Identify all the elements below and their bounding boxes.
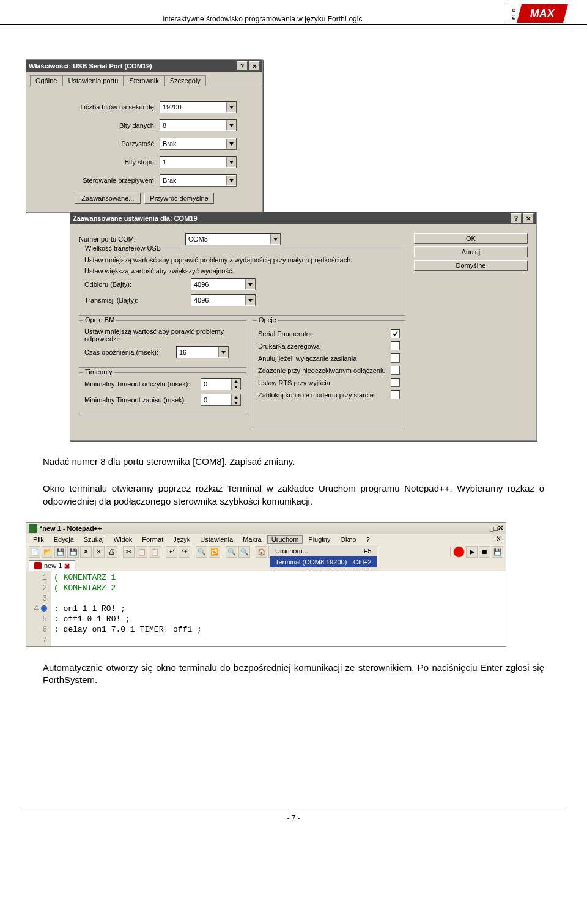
close-tab-icon[interactable]: ⊠: [64, 562, 70, 570]
find-icon[interactable]: 🔍: [196, 546, 207, 558]
open-file-icon[interactable]: 📂: [42, 546, 53, 558]
zoom-out-icon[interactable]: 🔍: [238, 546, 250, 558]
tab-details[interactable]: Szczegóły: [164, 75, 206, 86]
option-checkbox[interactable]: [391, 341, 400, 350]
menu-item[interactable]: Pluginy: [304, 535, 334, 544]
flowcontrol-label: Sterowanie przepływem:: [37, 177, 160, 184]
paste-icon[interactable]: 📋: [149, 546, 160, 558]
option-checkbox[interactable]: [391, 390, 400, 399]
close-file-icon[interactable]: ✕: [80, 546, 92, 558]
timeout-write-spinner[interactable]: 0: [201, 394, 241, 406]
parity-combo[interactable]: Brak: [160, 138, 237, 150]
baud-combo[interactable]: 19200: [160, 101, 237, 113]
properties-titlebar: Właściwości: USB Serial Port (COM19) ? ✕: [26, 60, 262, 72]
copy-icon[interactable]: 📋: [136, 546, 147, 558]
menu-item[interactable]: Plik: [29, 535, 48, 544]
menu-item[interactable]: Edycja: [50, 535, 78, 544]
help-button[interactable]: ?: [237, 61, 248, 71]
tab-driver[interactable]: Sterownik: [124, 75, 164, 86]
menu-item[interactable]: Makra: [238, 535, 266, 544]
menu-item[interactable]: Szukaj: [79, 535, 108, 544]
option-row: Zdażenie przy nieoczekiwanym odłączeniu: [258, 366, 400, 375]
editor-code[interactable]: ( KOMENTARZ 1 ( KOMENTARZ 2 : on1 1 1 RO…: [51, 571, 506, 646]
stop-macro-icon[interactable]: ⏹: [479, 546, 490, 558]
file-tab[interactable]: new 1 ⊠: [29, 560, 75, 571]
usb-rx-label: Odbioru (Bajty):: [84, 281, 191, 288]
menu-item[interactable]: Uruchom: [267, 535, 303, 544]
replace-icon[interactable]: 🔁: [209, 546, 220, 558]
menu-item[interactable]: ?: [362, 535, 374, 544]
databits-combo[interactable]: 8: [160, 119, 237, 131]
option-label: Anuluj jeżeli wyłączanie zasilania: [258, 355, 356, 362]
gutter-line: 6: [30, 624, 47, 635]
restore-defaults-button[interactable]: Przywróć domyślne: [144, 193, 213, 204]
option-checkbox[interactable]: [391, 378, 400, 387]
spin-down-icon[interactable]: [231, 384, 240, 390]
redo-icon[interactable]: ↷: [179, 546, 190, 558]
dirty-indicator-icon: [34, 562, 42, 569]
zoom-in-icon[interactable]: 🔍: [226, 546, 237, 558]
stopbits-combo[interactable]: 1: [160, 156, 237, 168]
close-all-icon[interactable]: ✕: [93, 546, 105, 558]
close-button[interactable]: ✕: [523, 213, 534, 223]
menu-item[interactable]: Format: [138, 535, 168, 544]
bm-delay-label: Czas opóźnienia (msek):: [84, 349, 176, 356]
options-legend: Opcje: [257, 316, 278, 323]
notepad-title: *new 1 - Notepad++: [40, 525, 102, 532]
close-button[interactable]: ✕: [498, 524, 503, 532]
run-menu-run[interactable]: Uruchom... F5: [270, 545, 377, 556]
ok-button[interactable]: OK: [414, 233, 528, 244]
menu-item[interactable]: Ustawienia: [196, 535, 237, 544]
svg-marker-3: [229, 161, 234, 164]
properties-tabs: Ogólne Ustawienia portu Sterownik Szczeg…: [26, 72, 262, 86]
record-macro-icon[interactable]: [453, 546, 465, 558]
print-icon[interactable]: 🖨: [106, 546, 117, 558]
undo-icon[interactable]: ↶: [166, 546, 177, 558]
save-macro-icon[interactable]: 💾: [492, 546, 503, 558]
menu-item[interactable]: Język: [169, 535, 194, 544]
tab-port-settings[interactable]: Ustawienia portu: [62, 75, 124, 86]
comport-combo[interactable]: COM8: [185, 233, 281, 245]
notepad-menu-close[interactable]: X: [492, 534, 506, 544]
option-checkbox[interactable]: [391, 329, 400, 338]
svg-marker-11: [234, 396, 238, 399]
cancel-button[interactable]: Anuluj: [414, 246, 528, 257]
play-macro-icon[interactable]: ▶: [466, 546, 478, 558]
menu-item[interactable]: Okno: [336, 535, 360, 544]
cut-icon[interactable]: ✂: [123, 546, 135, 558]
close-button[interactable]: ✕: [249, 61, 260, 71]
option-checkbox[interactable]: [391, 353, 400, 363]
option-checkbox[interactable]: [391, 366, 400, 375]
menu-item[interactable]: Widok: [109, 535, 137, 544]
tab-general[interactable]: Ogólne: [30, 75, 62, 86]
flowcontrol-combo[interactable]: Brak: [160, 174, 237, 187]
bm-hint: Ustaw mniejszą wartość aby porawić probl…: [84, 328, 241, 342]
timeout-read-spinner[interactable]: 0: [201, 378, 241, 390]
option-row: Zablokuj kontrole modemu przy starcie: [258, 390, 400, 399]
maximize-button[interactable]: □: [493, 525, 498, 532]
home-icon[interactable]: 🏠: [256, 546, 267, 558]
svg-marker-2: [229, 142, 234, 146]
usb-rx-combo[interactable]: 4096: [191, 278, 256, 290]
option-label: Zablokuj kontrole modemu przy starcie: [258, 391, 374, 399]
advanced-button[interactable]: Zaawansowane...: [75, 193, 141, 204]
spin-down-icon[interactable]: [231, 400, 240, 405]
spin-up-icon[interactable]: [231, 394, 240, 400]
help-button[interactable]: ?: [511, 213, 522, 223]
notepad-editor[interactable]: 1234567 ( KOMENTARZ 1 ( KOMENTARZ 2 : on…: [26, 571, 506, 646]
save-icon[interactable]: 💾: [54, 546, 66, 558]
usb-tx-label: Transmisji (Bajty):: [84, 297, 191, 304]
save-all-icon[interactable]: 💾: [67, 546, 79, 558]
defaults-button[interactable]: Domyślne: [414, 260, 528, 271]
new-file-icon[interactable]: 📄: [29, 546, 40, 558]
option-row: Drukarka szeregowa: [258, 341, 400, 350]
notepad-menubar: PlikEdycjaSzukajWidokFormatJęzykUstawien…: [26, 534, 492, 545]
run-menu-item[interactable]: Terminal (COM8 19200)Ctrl+2: [270, 556, 377, 567]
spin-up-icon[interactable]: [231, 379, 240, 384]
usb-hint-low: Ustaw mniejszą wartość aby poprawić prob…: [84, 256, 400, 264]
usb-tx-combo[interactable]: 4096: [191, 294, 256, 306]
timeout-fieldset: Timeouty Minimalny Timeout odczytu (msek…: [79, 372, 246, 415]
parity-label: Parzystość:: [37, 140, 160, 147]
chevron-down-icon: [245, 279, 255, 289]
bm-delay-combo[interactable]: 16: [176, 346, 229, 358]
